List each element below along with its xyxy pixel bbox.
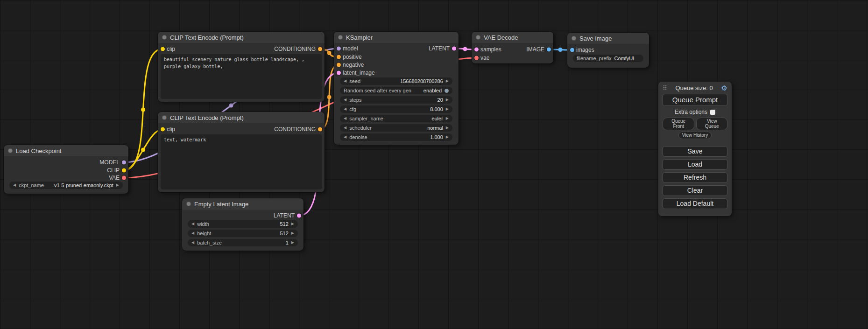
view-queue-button[interactable]: View Queue [696, 118, 727, 130]
widget-steps[interactable]: ◀ steps 20 ▶ [340, 96, 452, 104]
collapse-dot-icon[interactable] [162, 115, 167, 120]
drag-handle-icon[interactable]: ⠿ [663, 84, 667, 91]
output-slot-latent[interactable]: LATENT [274, 212, 303, 219]
save-button[interactable]: Save [663, 146, 727, 157]
node-clip-text-encode-positive[interactable]: CLIP Text Encode (Prompt) clip CONDITION… [158, 32, 325, 102]
arrow-right-icon[interactable]: ▶ [446, 79, 449, 83]
node-vae-decode[interactable]: VAE Decode samples vae IMAGE [472, 32, 553, 63]
output-slot-latent[interactable]: LATENT [429, 45, 459, 52]
arrow-right-icon[interactable]: ▶ [446, 126, 449, 130]
arrow-right-icon[interactable]: ▶ [446, 107, 449, 111]
load-default-button[interactable]: Load Default [663, 198, 727, 209]
input-slot-clip[interactable]: clip [158, 46, 175, 52]
widget-scheduler[interactable]: ◀ scheduler normal ▶ [340, 124, 452, 132]
widget-ckpt-name[interactable]: ◀ ckpt_name v1-5-pruned-emaonly.ckpt ▶ [9, 182, 123, 189]
collapse-dot-icon[interactable] [162, 35, 167, 40]
widget-random-seed-toggle[interactable]: Random seed after every gen enabled [340, 87, 452, 94]
collapse-dot-icon[interactable] [8, 148, 13, 153]
input-dot-positive[interactable] [337, 55, 341, 59]
widget-denoise[interactable]: ◀ denoise 1.000 ▶ [340, 133, 452, 141]
widget-width[interactable]: ◀ width 512 ▶ [188, 220, 298, 228]
node-empty-latent-image[interactable]: Empty Latent Image LATENT ◀ width 512 ▶ … [182, 198, 303, 251]
node-title-bar[interactable]: Load Checkpoint [4, 145, 128, 156]
arrow-left-icon[interactable]: ◀ [344, 135, 346, 139]
widget-filename-prefix[interactable]: filename_prefix ComfyUI [573, 55, 643, 62]
widget-batch-size[interactable]: ◀ batch_size 1 ▶ [188, 239, 298, 246]
input-dot-images[interactable] [570, 48, 574, 52]
queue-front-button[interactable]: Queue Front [663, 118, 694, 130]
output-dot-conditioning[interactable] [318, 47, 322, 51]
arrow-right-icon[interactable]: ▶ [291, 231, 294, 235]
input-dot-model[interactable] [337, 47, 341, 51]
refresh-button[interactable]: Refresh [663, 172, 727, 183]
arrow-right-icon[interactable]: ▶ [446, 117, 449, 120]
arrow-left-icon[interactable]: ◀ [344, 126, 346, 130]
prompt-text-input[interactable]: beautiful scenery nature glass bottle la… [161, 54, 322, 99]
input-slot-images[interactable]: images [567, 47, 594, 53]
input-dot-clip[interactable] [161, 127, 165, 132]
output-dot-image[interactable] [547, 48, 551, 52]
input-slot-negative[interactable]: negative [334, 62, 364, 68]
arrow-right-icon[interactable]: ▶ [291, 241, 294, 245]
input-dot-latent-image[interactable] [337, 71, 341, 75]
prompt-text-input[interactable]: text, watermark [161, 134, 322, 189]
widget-cfg[interactable]: ◀ cfg 8.000 ▶ [340, 105, 452, 113]
clear-button[interactable]: Clear [663, 185, 727, 196]
collapse-dot-icon[interactable] [186, 202, 191, 206]
input-dot-negative[interactable] [337, 63, 341, 67]
node-title-bar[interactable]: Save Image [567, 33, 649, 44]
widget-seed[interactable]: ◀ seed 156680208700286 ▶ [340, 77, 452, 85]
input-dot-vae[interactable] [474, 56, 479, 60]
output-slot-conditioning[interactable]: CONDITIONING [274, 126, 325, 133]
arrow-left-icon[interactable]: ◀ [344, 107, 346, 111]
output-slot-conditioning[interactable]: CONDITIONING [274, 46, 325, 52]
arrow-left-icon[interactable]: ◀ [344, 117, 346, 120]
load-button[interactable]: Load [663, 159, 727, 170]
collapse-dot-icon[interactable] [338, 35, 343, 40]
arrow-left-icon[interactable]: ◀ [191, 222, 194, 226]
output-slot-vae[interactable]: VAE [109, 175, 128, 181]
node-save-image[interactable]: Save Image images filename_prefix ComfyU… [567, 33, 649, 68]
output-slot-image[interactable]: IMAGE [526, 46, 553, 53]
output-dot-latent[interactable] [297, 214, 301, 218]
output-dot-model[interactable] [122, 161, 126, 165]
node-load-checkpoint[interactable]: Load Checkpoint MODEL CLIP VAE ◀ ckpt_na… [4, 145, 128, 194]
node-title-bar[interactable]: VAE Decode [472, 32, 553, 43]
extra-options-checkbox[interactable] [710, 110, 715, 115]
widget-sampler-name[interactable]: ◀ sampler_name euler ▶ [340, 115, 452, 122]
arrow-left-icon[interactable]: ◀ [344, 98, 346, 102]
input-slot-model[interactable]: model [334, 45, 358, 52]
node-title-bar[interactable]: Empty Latent Image [182, 198, 303, 210]
input-dot-samples[interactable] [474, 48, 479, 52]
arrow-left-icon[interactable]: ◀ [13, 183, 16, 187]
toggle-on-icon[interactable] [445, 89, 449, 93]
input-slot-samples[interactable]: samples [472, 46, 501, 53]
arrow-left-icon[interactable]: ◀ [191, 241, 194, 245]
node-clip-text-encode-negative[interactable]: CLIP Text Encode (Prompt) clip CONDITION… [158, 112, 325, 192]
arrow-right-icon[interactable]: ▶ [116, 183, 119, 187]
arrow-left-icon[interactable]: ◀ [191, 231, 194, 235]
output-slot-clip[interactable]: CLIP [107, 167, 128, 174]
node-ksampler[interactable]: KSampler model positive negative latent_… [334, 32, 459, 145]
output-dot-clip[interactable] [122, 168, 126, 173]
collapse-dot-icon[interactable] [476, 35, 480, 40]
view-history-button[interactable]: View History [678, 132, 712, 139]
output-dot-vae[interactable] [122, 176, 126, 180]
input-slot-latent-image[interactable]: latent_image [334, 70, 375, 76]
input-slot-positive[interactable]: positive [334, 54, 362, 60]
output-dot-latent[interactable] [452, 47, 456, 51]
input-slot-clip[interactable]: clip [158, 126, 175, 133]
settings-gear-icon[interactable]: ⚙ [721, 84, 727, 91]
node-title-bar[interactable]: CLIP Text Encode (Prompt) [158, 32, 325, 43]
output-dot-conditioning[interactable] [318, 127, 322, 132]
node-title-bar[interactable]: KSampler [334, 32, 459, 43]
arrow-right-icon[interactable]: ▶ [446, 135, 449, 139]
widget-height[interactable]: ◀ height 512 ▶ [188, 230, 298, 237]
input-slot-vae[interactable]: vae [472, 55, 489, 61]
arrow-right-icon[interactable]: ▶ [446, 98, 449, 102]
queue-prompt-button[interactable]: Queue Prompt [663, 94, 727, 106]
node-title-bar[interactable]: CLIP Text Encode (Prompt) [158, 112, 325, 123]
arrow-right-icon[interactable]: ▶ [291, 222, 294, 226]
collapse-dot-icon[interactable] [572, 36, 576, 41]
arrow-left-icon[interactable]: ◀ [344, 79, 346, 83]
